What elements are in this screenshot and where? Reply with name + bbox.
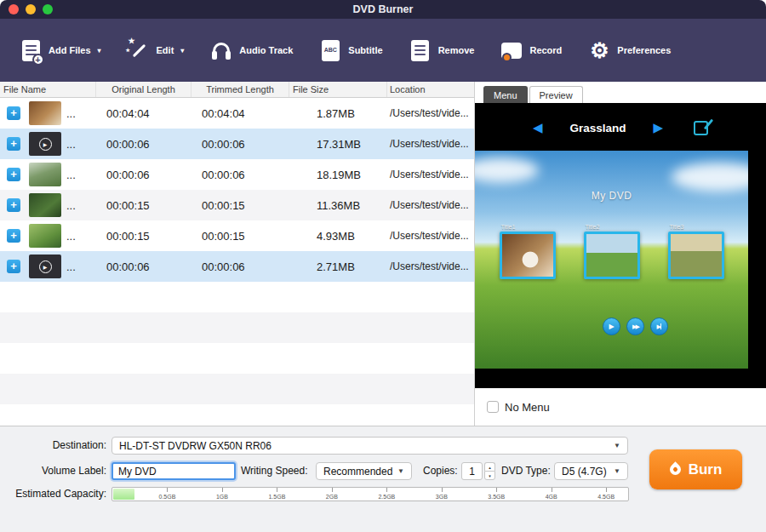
add-to-dvd-button[interactable]: + (7, 106, 20, 120)
empty-row (0, 343, 474, 374)
edit-menu-icon[interactable] (694, 121, 708, 135)
menu-title-title1[interactable]: Title1 (500, 224, 556, 279)
stepper-up-button[interactable]: ▴ (484, 462, 495, 471)
preview-pane: MenuPreview ◀ Grassland ▶ My DVD Title1T… (474, 82, 766, 426)
prev-template-button[interactable]: ◀ (533, 120, 543, 135)
zoom-window-button[interactable] (43, 4, 53, 14)
toolbar-button-edit[interactable]: ★★Edit▾ (127, 38, 185, 62)
capacity-tick (332, 488, 333, 492)
menu-template-name: Grassland (569, 122, 626, 134)
video-thumbnail (29, 193, 61, 217)
menu-title-thumbnails: Title1Title2Title3 (475, 224, 748, 279)
file-name: ... (66, 230, 76, 243)
file-row[interactable]: +...00:00:0600:00:0618.19MB/Users/test/v… (0, 159, 474, 190)
menu-title-thumbnail[interactable] (500, 232, 556, 279)
capacity-tick-label: 1GB (216, 494, 228, 500)
original-length: 00:00:15 (96, 199, 192, 212)
play-button[interactable]: ▶ (603, 317, 620, 335)
no-menu-label: No Menu (505, 401, 550, 414)
menu-preview-area: ◀ Grassland ▶ My DVD Title1Title2Title3 … (475, 103, 766, 388)
add-files-icon: + (19, 38, 43, 62)
capacity-tick-label: 1.5GB (268, 494, 285, 500)
minimize-window-button[interactable] (26, 4, 36, 14)
play-overlay-icon: ▶ (39, 260, 52, 273)
next-chapter-button[interactable]: ▶ (650, 317, 668, 335)
dvd-type-label: DVD Type: (501, 462, 551, 480)
file-size: 2.71MB (289, 260, 387, 273)
no-menu-row: No Menu (475, 388, 766, 426)
dvd-menu-preview: My DVD Title1Title2Title3 ▶ ▶▶ ▶ (475, 151, 748, 369)
toolbar-button-record[interactable]: Record (500, 38, 562, 62)
tab-menu[interactable]: Menu (483, 86, 528, 103)
chevron-down-icon: ▼ (614, 442, 620, 449)
original-length: 00:04:04 (96, 107, 192, 120)
column-header-file-size[interactable]: File Size (289, 82, 387, 97)
column-header-trimmed-length[interactable]: Trimmed Length (192, 82, 289, 97)
dvd-type-select[interactable]: D5 (4.7G) ▼ (554, 462, 628, 480)
dvd-type-value: D5 (4.7G) (562, 466, 607, 478)
column-header-original-length[interactable]: Original Length (96, 82, 192, 97)
writing-speed-select[interactable]: Recommended ▼ (316, 462, 412, 480)
fast-forward-button[interactable]: ▶▶ (626, 317, 644, 335)
original-length: 00:00:06 (96, 138, 192, 151)
trimmed-length: 00:00:06 (192, 260, 289, 273)
file-row[interactable]: +...00:04:0400:04:041.87MB/Users/test/vi… (0, 98, 474, 129)
empty-row (0, 404, 474, 426)
capacity-tick-label: 4.5GB (597, 494, 615, 500)
trimmed-length: 00:04:04 (192, 107, 289, 120)
add-to-dvd-button[interactable]: + (7, 260, 20, 273)
menu-title-thumbnail[interactable] (668, 232, 724, 279)
column-header-location[interactable]: Location (387, 82, 474, 97)
trimmed-length: 00:00:06 (192, 169, 289, 181)
file-row[interactable]: +▶...00:00:0600:00:062.71MB/Users/test/v… (0, 251, 474, 282)
menu-title-title2[interactable]: Title2 (584, 224, 640, 279)
close-window-button[interactable] (9, 4, 19, 14)
file-size: 11.36MB (289, 199, 387, 212)
capacity-tick (606, 488, 607, 492)
menu-title-thumbnail[interactable] (584, 232, 640, 279)
capacity-tick-label: 3.5GB (488, 494, 505, 500)
volume-label-input[interactable] (111, 462, 236, 480)
tab-preview[interactable]: Preview (529, 86, 583, 103)
burn-button[interactable]: Burn (649, 449, 742, 489)
add-to-dvd-button[interactable]: + (7, 229, 20, 243)
add-to-dvd-button[interactable]: + (7, 168, 20, 181)
trimmed-length: 00:00:06 (192, 138, 289, 151)
stepper-down-button[interactable]: ▾ (484, 471, 495, 480)
toolbar-button-remove[interactable]: Remove (409, 38, 475, 62)
add-to-dvd-button[interactable]: + (7, 198, 20, 212)
video-thumbnail (29, 163, 61, 186)
toolbar-label: Record (529, 45, 562, 55)
menu-title-title3[interactable]: Title3 (668, 224, 724, 279)
toolbar-button-preferences[interactable]: ⚙Preferences (587, 38, 671, 62)
column-header-file-name[interactable]: File Name (0, 82, 96, 97)
titlebar: DVD Burner (0, 0, 766, 19)
destination-label: Destination: (0, 437, 106, 455)
original-length: 00:00:15 (96, 230, 192, 243)
add-to-dvd-button[interactable]: + (7, 137, 20, 151)
file-row[interactable]: +...00:00:1500:00:154.93MB/Users/test/vi… (0, 220, 474, 251)
menu-title-label: Title1 (500, 224, 556, 230)
capacity-tick-label: 2.5GB (378, 494, 395, 500)
capacity-tick-label: 3GB (436, 494, 448, 500)
subtitle-icon: ABC (318, 38, 342, 62)
file-location: /Users/test/vide... (387, 260, 474, 272)
preferences-icon: ⚙ (587, 38, 611, 62)
toolbar-button-add-files[interactable]: +Add Files▾ (19, 38, 101, 62)
burn-settings-panel: Destination: HL-DT-ST DVDRW GX50N RR06 ▼… (0, 426, 766, 532)
toolbar-button-audio-track[interactable]: Audio Track (209, 38, 293, 62)
toolbar-label: Remove (438, 45, 475, 55)
toolbar-button-subtitle[interactable]: ABCSubtitle (318, 38, 382, 62)
file-location: /Users/test/vide... (387, 138, 474, 150)
writing-speed-value: Recommended (323, 466, 392, 478)
window-title: DVD Burner (0, 3, 766, 15)
capacity-tick (386, 488, 387, 492)
capacity-meter: 0.5GB1GB1.5GB2GB2.5GB3GB3.5GB4GB4.5GB (111, 487, 629, 501)
destination-select[interactable]: HL-DT-ST DVDRW GX50N RR06 ▼ (111, 437, 628, 455)
file-row[interactable]: +...00:00:1500:00:1511.36MB/Users/test/v… (0, 190, 474, 220)
edit-icon: ★★ (127, 38, 151, 62)
no-menu-checkbox[interactable] (487, 401, 499, 413)
next-template-button[interactable]: ▶ (654, 120, 664, 135)
file-row[interactable]: +▶...00:00:0600:00:0617.31MB/Users/test/… (0, 129, 474, 159)
destination-value: HL-DT-ST DVDRW GX50N RR06 (119, 440, 272, 452)
